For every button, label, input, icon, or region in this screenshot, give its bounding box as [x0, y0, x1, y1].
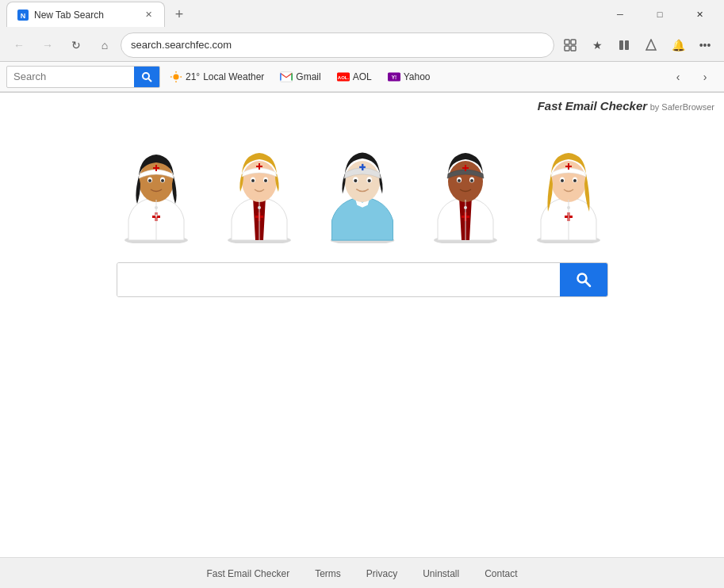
svg-rect-60: [465, 165, 466, 171]
svg-point-41: [251, 179, 255, 182]
window-controls: ─ □ ✕: [602, 0, 718, 29]
svg-line-83: [585, 281, 590, 286]
footer-contact[interactable]: Contact: [485, 568, 517, 579]
svg-text:Y!: Y!: [391, 74, 396, 79]
bookmark-search-input[interactable]: [7, 71, 134, 82]
svg-point-76: [561, 179, 564, 182]
forward-button[interactable]: →: [35, 32, 60, 58]
svg-rect-2: [565, 40, 569, 44]
doctor-figure-2: [212, 140, 307, 243]
main-content: Fast Email Checker by SaferBrowser: [0, 93, 724, 588]
aol-icon: AOL.: [337, 71, 350, 83]
maximize-button[interactable]: □: [642, 0, 678, 29]
footer-uninstall[interactable]: Uninstall: [423, 568, 459, 579]
back-button[interactable]: ←: [6, 32, 32, 58]
svg-point-8: [143, 73, 149, 79]
svg-rect-5: [571, 46, 576, 51]
fec-header: Fast Email Checker by SaferBrowser: [538, 99, 714, 113]
home-button[interactable]: ⌂: [92, 32, 117, 58]
weather-temp: 21°: [186, 71, 200, 82]
weather-label: Local Weather: [203, 71, 264, 82]
svg-point-77: [573, 179, 577, 182]
doctor-svg-3: [315, 140, 410, 243]
doctor-figure-5: [521, 140, 616, 243]
svg-rect-51: [362, 164, 363, 170]
svg-point-28: [161, 179, 164, 182]
yahoo-icon: Y!: [388, 71, 400, 83]
svg-point-27: [148, 179, 151, 182]
notifications-icon[interactable]: 🔔: [665, 32, 691, 58]
bookmark-search-button[interactable]: [134, 66, 159, 88]
toolbar-actions: ★ 🔔 •••: [557, 32, 718, 58]
svg-point-81: [567, 206, 570, 209]
svg-point-55: [367, 179, 370, 182]
doctor-figure-4: [418, 140, 513, 243]
svg-rect-38: [259, 163, 260, 170]
doctor-figure-1: [109, 140, 204, 243]
browser-chrome: N New Tab Search ✕ + ─ □ ✕ ← → ↻ ⌂ searc…: [0, 0, 724, 93]
bookmarks-prev-button[interactable]: ‹: [665, 64, 691, 90]
footer: Fast Email Checker Terms Privacy Uninsta…: [0, 557, 724, 588]
yahoo-label: Yahoo: [404, 71, 431, 82]
fec-brand-label: Fast Email Checker: [538, 99, 647, 113]
svg-point-63: [458, 179, 461, 182]
svg-point-32: [155, 206, 158, 209]
footer-fast-email-checker[interactable]: Fast Email Checker: [206, 568, 289, 579]
svg-rect-4: [565, 46, 569, 51]
svg-text:N: N: [21, 12, 26, 20]
doctor-svg-4: [418, 140, 513, 243]
minimize-button[interactable]: ─: [602, 0, 638, 29]
svg-point-46: [258, 206, 261, 209]
svg-rect-6: [619, 40, 623, 50]
svg-rect-3: [571, 40, 576, 44]
refresh-button[interactable]: ↻: [63, 32, 89, 58]
aol-label: AOL: [353, 71, 372, 82]
svg-text:AOL.: AOL.: [337, 74, 349, 79]
footer-terms[interactable]: Terms: [315, 568, 341, 579]
bookmark-search-box: [6, 66, 160, 88]
new-tab-button[interactable]: +: [168, 3, 190, 25]
doctor-svg-2: [212, 140, 307, 243]
svg-point-64: [470, 179, 473, 182]
svg-rect-24: [155, 165, 157, 171]
svg-point-33: [155, 215, 157, 217]
svg-rect-7: [625, 40, 629, 50]
bookmark-yahoo[interactable]: Y! Yahoo: [381, 66, 437, 88]
svg-point-54: [354, 179, 357, 182]
svg-point-10: [173, 74, 178, 79]
bookmarks-bar: 21° Local Weather Gmail AOL.: [0, 62, 724, 92]
main-search-button[interactable]: [560, 263, 607, 296]
hub-icon[interactable]: [638, 32, 664, 58]
main-search-input[interactable]: [117, 263, 560, 296]
svg-rect-73: [568, 163, 569, 170]
tab-close-button[interactable]: ✕: [142, 9, 155, 21]
main-search-box: [117, 262, 608, 297]
url-input[interactable]: search.searchfec.com: [121, 32, 554, 58]
address-bar: ← → ↻ ⌂ search.searchfec.com ★ 🔔 •••: [0, 29, 724, 62]
fec-by-label: by SaferBrowser: [650, 102, 714, 112]
tab-icon: N: [17, 9, 29, 21]
doctors-illustration: [109, 140, 616, 243]
svg-point-42: [264, 179, 267, 182]
gmail-icon: [280, 71, 293, 83]
active-tab[interactable]: N New Tab Search ✕: [6, 2, 165, 27]
title-bar: N New Tab Search ✕ + ─ □ ✕: [0, 0, 724, 29]
favorites-icon[interactable]: ★: [584, 32, 610, 58]
doctor-figure-3: [315, 140, 410, 243]
bookmark-nav: ‹ ›: [665, 64, 718, 90]
svg-line-9: [148, 78, 151, 82]
tab-bar: N New Tab Search ✕ +: [6, 2, 602, 27]
bookmark-gmail[interactable]: Gmail: [274, 66, 327, 88]
bookmark-aol[interactable]: AOL. AOL: [331, 66, 378, 88]
doctor-svg-5: [521, 140, 616, 243]
settings-icon[interactable]: •••: [692, 32, 718, 58]
close-window-button[interactable]: ✕: [681, 0, 718, 29]
footer-privacy[interactable]: Privacy: [366, 568, 397, 579]
reading-mode-icon[interactable]: [611, 32, 637, 58]
gmail-label: Gmail: [296, 71, 320, 82]
bookmarks-next-button[interactable]: ›: [692, 64, 718, 90]
tab-switcher-icon[interactable]: [557, 32, 583, 58]
bookmark-weather[interactable]: 21° Local Weather: [163, 66, 270, 88]
doctor-svg-1: [109, 140, 204, 243]
tab-title: New Tab Search: [34, 10, 137, 21]
